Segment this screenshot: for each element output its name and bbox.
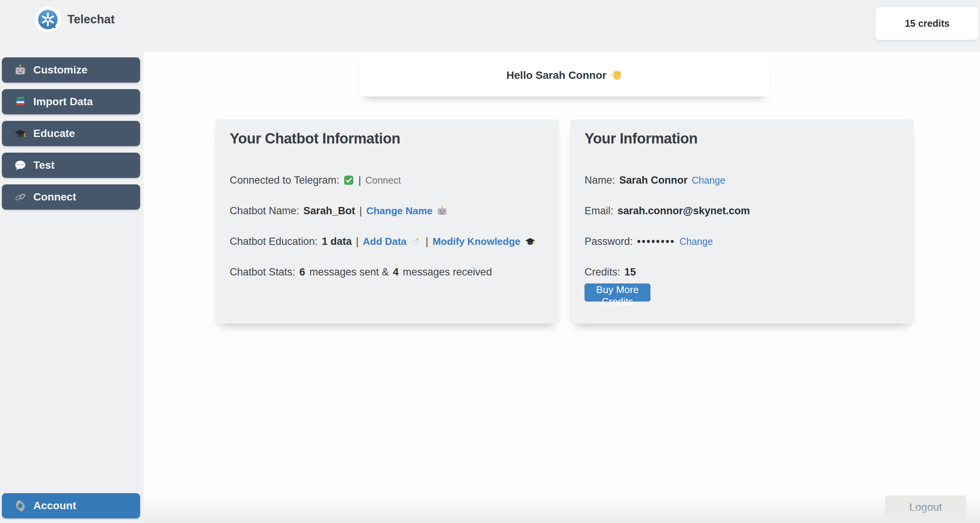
row-label: Chatbot Stats: xyxy=(230,266,295,278)
user-email-row: Email: sarah.connor@skynet.com xyxy=(585,205,899,217)
graduation-cap-icon xyxy=(525,236,536,247)
user-credits-row: Credits: 15 xyxy=(585,266,899,278)
change-name-link[interactable]: Change Name xyxy=(366,205,433,217)
sidebar-item-connect[interactable]: Connect xyxy=(2,184,140,210)
link-icon xyxy=(14,191,26,203)
header: Telechat 15 credits xyxy=(0,0,980,52)
user-password-row: Password: •••••••• Change xyxy=(585,235,899,248)
greeting-card: Hello Sarah Connor xyxy=(360,54,769,96)
card-title: Your Information xyxy=(585,131,899,146)
sidebar-item-label: Customize xyxy=(33,64,88,76)
sidebar-item-label: Account xyxy=(33,500,76,512)
stats-text: messages sent & xyxy=(309,266,389,278)
card-title: Your Chatbot Information xyxy=(230,131,544,146)
greeting-text: Hello Sarah Connor xyxy=(506,69,606,81)
books-icon xyxy=(14,96,26,108)
chatbot-education-row: Chatbot Education: 1 data | Add Data | M… xyxy=(230,235,544,248)
speech-balloon-icon xyxy=(14,159,26,171)
change-name-link[interactable]: Change xyxy=(692,174,725,186)
chatbot-name-value: Sarah_Bot xyxy=(304,205,355,217)
divider xyxy=(585,155,899,156)
connect-telegram-action[interactable]: Connect xyxy=(365,174,401,186)
main-content: Hello Sarah Connor Your Chatbot Informat… xyxy=(144,52,980,523)
buy-more-credits-button[interactable]: Buy More Credits xyxy=(585,283,650,301)
education-value: 1 data xyxy=(322,235,352,248)
graduation-cap-icon xyxy=(14,127,26,140)
separator: | xyxy=(359,205,362,217)
password-masked-value: •••••••• xyxy=(637,235,675,248)
messages-received-count: 4 xyxy=(393,266,399,278)
add-data-link[interactable]: Add Data xyxy=(363,235,407,248)
user-name-value: Sarah Connor xyxy=(619,174,688,186)
user-name-row: Name: Sarah Connor Change xyxy=(585,174,899,186)
robot-icon xyxy=(14,64,26,76)
telegram-status-row: Connected to Telegram: | Connect xyxy=(230,174,544,186)
separator: | xyxy=(426,235,428,248)
change-password-link[interactable]: Change xyxy=(679,235,713,248)
user-email-value: sarah.connor@skynet.com xyxy=(617,205,750,217)
chatbot-name-row: Chatbot Name: Sarah_Bot | Change Name xyxy=(230,205,544,217)
chatbot-info-card: Your Chatbot Information Connected to Te… xyxy=(215,119,559,324)
app-title: Telechat xyxy=(67,13,114,26)
modify-knowledge-link[interactable]: Modify Knowledge xyxy=(433,235,521,248)
row-label: Chatbot Name: xyxy=(230,205,299,217)
baby-bottle-icon xyxy=(411,236,421,247)
divider xyxy=(230,155,544,156)
sidebar-item-label: Connect xyxy=(33,191,76,203)
sidebar-item-label: Import Data xyxy=(33,96,93,108)
brand[interactable]: Telechat xyxy=(37,8,114,31)
credits-badge: 15 credits xyxy=(875,7,979,40)
sidebar: Customize Import Data Educate Test Conne… xyxy=(0,52,144,523)
sidebar-item-test[interactable]: Test xyxy=(2,153,140,178)
logout-button[interactable]: Logout xyxy=(885,495,966,519)
separator: | xyxy=(358,174,361,186)
credits-value: 15 xyxy=(624,266,636,278)
sidebar-item-customize[interactable]: Customize xyxy=(2,57,140,83)
telechat-logo-icon xyxy=(37,8,59,31)
row-label: Email: xyxy=(585,205,613,217)
robot-icon xyxy=(437,205,448,216)
sidebar-item-import-data[interactable]: Import Data xyxy=(2,89,140,114)
stats-text: messages received xyxy=(403,266,492,278)
messages-sent-count: 6 xyxy=(299,266,305,278)
waving-hand-icon xyxy=(611,70,622,81)
check-mark-button-icon xyxy=(343,175,354,186)
sidebar-item-label: Test xyxy=(33,159,55,171)
row-label: Name: xyxy=(585,174,615,186)
sidebar-item-label: Educate xyxy=(33,127,75,140)
chatbot-stats-row: Chatbot Stats: 6 messages sent & 4 messa… xyxy=(230,266,544,278)
row-label: Credits: xyxy=(585,266,620,278)
user-info-card: Your Information Name: Sarah Connor Chan… xyxy=(570,119,914,324)
row-label: Password: xyxy=(585,235,633,248)
gear-icon xyxy=(14,500,26,512)
sidebar-item-educate[interactable]: Educate xyxy=(2,121,140,146)
row-label: Chatbot Education: xyxy=(230,235,318,248)
separator: | xyxy=(356,235,359,248)
row-label: Connected to Telegram: xyxy=(230,174,339,186)
sidebar-item-account[interactable]: Account xyxy=(2,493,140,518)
